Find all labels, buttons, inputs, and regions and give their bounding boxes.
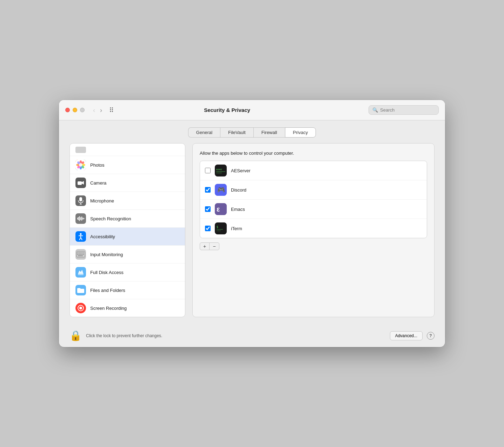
svg-rect-16	[77, 218, 78, 220]
svg-rect-36	[80, 254, 81, 255]
discord-checkbox[interactable]	[205, 187, 211, 193]
fullscreen-button[interactable]	[80, 108, 85, 112]
iterm-checkbox[interactable]	[205, 226, 211, 231]
main-content: Photos Camera	[59, 143, 445, 324]
emacs-icon: ε	[215, 203, 227, 215]
tab-firewall[interactable]: Firewall	[253, 127, 285, 138]
sidebar: Photos Camera	[69, 143, 185, 317]
advanced-button[interactable]: Advanced...	[390, 331, 423, 340]
svg-rect-33	[83, 253, 84, 253]
svg-rect-45	[216, 171, 225, 172]
sidebar-item-speech[interactable]: Speech Recognition	[70, 210, 185, 228]
sidebar-label-speech: Speech Recognition	[90, 216, 131, 221]
svg-rect-13	[79, 197, 82, 201]
remove-button[interactable]: −	[210, 242, 219, 250]
photos-icon	[75, 160, 86, 170]
svg-line-27	[81, 238, 82, 240]
svg-rect-35	[79, 254, 80, 255]
svg-rect-39	[78, 255, 83, 256]
sidebar-item-fulldisk[interactable]: Full Disk Access	[70, 263, 185, 281]
emacs-name: Emacs	[231, 207, 245, 212]
titlebar: ‹ › ⠿ Security & Privacy 🔍	[59, 100, 445, 120]
discord-name: Discord	[231, 187, 246, 193]
help-button[interactable]: ?	[427, 332, 435, 340]
list-actions: + −	[200, 242, 427, 250]
svg-rect-21	[82, 218, 83, 220]
discord-icon: 🎮	[215, 184, 227, 196]
accessibility-icon	[75, 231, 86, 242]
add-button[interactable]: +	[200, 242, 210, 250]
svg-point-42	[79, 307, 82, 309]
sidebar-item-microphone[interactable]: Microphone	[70, 192, 185, 210]
svg-text:ε: ε	[217, 205, 220, 213]
svg-rect-29	[77, 253, 78, 253]
emacs-checkbox[interactable]	[205, 206, 211, 212]
tab-filevault[interactable]: FileVault	[220, 127, 253, 138]
svg-rect-20	[81, 216, 82, 221]
screenrec-icon	[75, 303, 86, 313]
aeserver-name: AEServer	[231, 168, 251, 173]
tab-privacy[interactable]: Privacy	[285, 127, 316, 138]
svg-rect-11	[78, 181, 82, 185]
sidebar-item-accessibility[interactable]: Accessibility	[70, 228, 185, 246]
main-window: ‹ › ⠿ Security & Privacy 🔍 General FileV…	[59, 100, 445, 347]
lock-text: Click the lock to prevent further change…	[86, 333, 386, 338]
microphone-icon	[75, 195, 86, 206]
files-icon	[75, 285, 86, 295]
tab-general[interactable]: General	[188, 127, 220, 138]
close-button[interactable]	[65, 108, 70, 112]
search-box[interactable]: 🔍	[369, 105, 439, 115]
tabs-container: General FileVault Firewall Privacy	[59, 120, 445, 143]
table-row: $ iTerm	[200, 219, 427, 238]
iterm-name: iTerm	[231, 226, 242, 231]
svg-rect-37	[81, 254, 82, 255]
svg-text:$: $	[217, 226, 218, 229]
sidebar-label-photos: Photos	[90, 162, 104, 168]
svg-rect-30	[79, 253, 80, 253]
svg-rect-54	[217, 231, 221, 231]
svg-rect-46	[216, 173, 222, 173]
svg-rect-32	[81, 253, 82, 253]
sidebar-scroll-top	[70, 144, 185, 156]
svg-rect-40	[78, 274, 84, 275]
sidebar-label-camera: Camera	[90, 180, 106, 186]
right-panel: Allow the apps below to control your com…	[192, 143, 435, 317]
svg-rect-38	[83, 254, 84, 255]
table-row: exec AEServer	[200, 161, 427, 180]
sidebar-label-fulldisk: Full Disk Access	[90, 270, 124, 275]
apps-list: exec AEServer 🎮	[200, 161, 427, 238]
svg-rect-53	[217, 229, 223, 230]
search-input[interactable]	[380, 107, 435, 113]
sidebar-item-files[interactable]: Files and Folders	[70, 281, 185, 299]
sidebar-item-input[interactable]: Input Monitoring	[70, 246, 185, 263]
svg-text:🎮: 🎮	[217, 186, 225, 194]
lock-icon[interactable]: 🔒	[69, 330, 82, 341]
minimize-button[interactable]	[73, 108, 77, 112]
aeserver-checkbox[interactable]	[205, 168, 211, 173]
search-icon: 🔍	[372, 107, 378, 113]
window-title: Security & Privacy	[90, 107, 364, 113]
sidebar-item-camera[interactable]: Camera	[70, 174, 185, 192]
svg-marker-12	[82, 181, 84, 185]
sidebar-label-accessibility: Accessibility	[90, 234, 115, 239]
footer: 🔒 Click the lock to prevent further chan…	[59, 324, 445, 347]
camera-icon	[75, 178, 86, 188]
svg-rect-17	[78, 217, 79, 220]
sidebar-label-screenrec: Screen Recording	[90, 306, 127, 311]
svg-line-26	[79, 238, 81, 240]
svg-rect-22	[84, 218, 84, 219]
svg-rect-18	[79, 216, 80, 221]
sidebar-label-microphone: Microphone	[90, 198, 114, 204]
svg-text:exec: exec	[216, 168, 222, 171]
input-icon	[75, 249, 86, 260]
table-row: 🎮 Discord	[200, 180, 427, 200]
aeserver-icon: exec	[215, 165, 227, 176]
panel-description: Allow the apps below to control your com…	[200, 151, 427, 156]
sidebar-item-photos[interactable]: Photos	[70, 156, 185, 174]
iterm-icon: $	[215, 222, 227, 234]
fulldisk-icon	[75, 267, 86, 278]
traffic-lights	[65, 108, 85, 112]
table-row: ε Emacs	[200, 200, 427, 219]
sidebar-item-screenrec[interactable]: Screen Recording	[70, 299, 185, 317]
sidebar-label-input: Input Monitoring	[90, 252, 123, 257]
